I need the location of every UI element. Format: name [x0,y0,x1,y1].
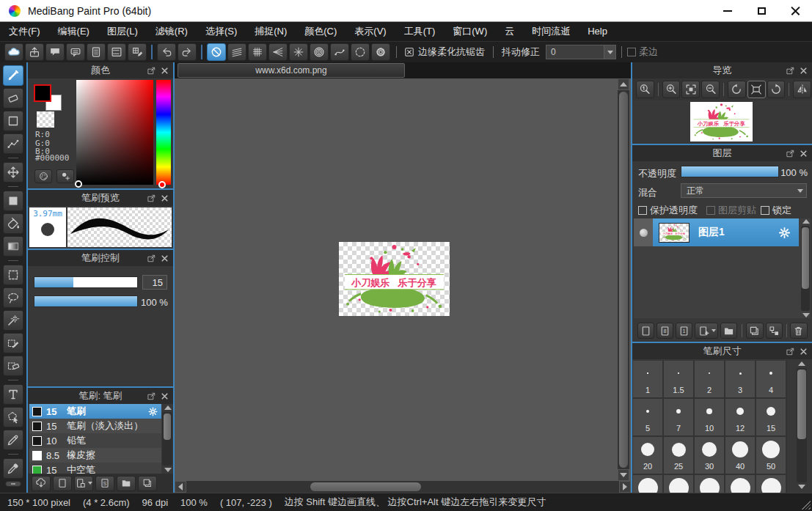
redo-button[interactable] [178,43,197,61]
brush-size-cell-4[interactable]: 4 [756,361,786,397]
brush-size-cell-5[interactable]: 5 [633,399,662,435]
protect-alpha-checkbox[interactable]: 保护透明度 [638,204,698,217]
layer-row[interactable]: 图层1 [634,218,799,246]
snap-curve-button[interactable] [330,43,349,61]
navigator-thumbnail[interactable] [690,102,753,141]
brush-size-cell-15[interactable]: 15 [756,399,786,435]
folder-button[interactable] [117,476,136,491]
snap-grid-button[interactable] [248,43,267,61]
close-panel-icon[interactable] [160,66,169,76]
brush-list-scrollbar[interactable] [162,405,172,473]
menu-item-2[interactable]: 图层(L) [98,22,147,41]
clipping-checkbox[interactable]: 图层剪贴 [706,204,756,217]
scroll-right-arrow[interactable] [619,481,631,493]
close-panel-icon[interactable] [799,66,808,76]
document-button[interactable] [87,43,106,61]
magic-wand-button[interactable] [3,310,23,331]
brush-list-item[interactable]: 15笔刷（淡入淡出） [29,419,161,433]
brush-button[interactable] [3,65,23,86]
eraser-button[interactable] [3,88,23,109]
snap-radial-button[interactable] [289,43,308,61]
brush-list-item[interactable]: 15中空笔 [29,463,161,474]
close-button[interactable] [778,0,812,21]
blend-mode-dropdown[interactable]: 正常 [681,183,807,198]
tool-overflow-button[interactable] [5,481,21,487]
speech-bubble-button[interactable] [45,43,65,61]
layer-list-scrollbar[interactable] [800,218,811,318]
brush-settings-icon[interactable] [147,406,158,417]
brush-size-slider[interactable] [34,276,138,288]
select-rect-button[interactable] [3,265,23,285]
duplicate-button[interactable] [138,476,157,491]
brush-size-cell[interactable] [695,475,724,493]
stylus-pen-button[interactable] [3,430,23,450]
select-pen-button[interactable] [3,333,23,353]
popout-icon[interactable] [147,194,156,203]
popout-icon[interactable] [147,254,156,263]
delete-button[interactable] [790,323,807,339]
rotate-cw-button[interactable] [767,81,786,98]
move-button[interactable] [3,162,23,183]
close-panel-icon[interactable] [160,194,169,203]
minimize-button[interactable] [711,0,745,21]
horizontal-scroll-thumb[interactable] [310,482,421,491]
transparent-color-swatch[interactable] [37,111,54,128]
brush-size-cell[interactable] [664,475,693,493]
lock-checkbox[interactable]: 锁定 [761,204,791,217]
canvas-vertical-scrollbar[interactable] [618,78,629,481]
add-layer-menu-button[interactable] [695,323,718,339]
brush-opacity-slider[interactable] [34,295,138,307]
new-doc-button[interactable] [53,476,72,491]
brush-size-cell-7[interactable]: 7 [664,399,693,435]
brush-size-cell-3[interactable]: 3 [725,361,755,397]
brush-size-value[interactable]: 15 [142,275,167,290]
grid-edit-button[interactable] [128,43,147,61]
layer-opacity-slider[interactable] [681,166,779,177]
menu-item-6[interactable]: 颜色(C) [296,22,345,41]
cloud-button[interactable] [4,43,23,61]
maximize-button[interactable] [745,0,778,21]
doc-menu-button[interactable] [74,476,93,491]
document-tab[interactable]: www.x6d.com.png [178,63,405,78]
merge-down-button[interactable] [766,323,783,339]
fill-rect-button[interactable] [3,191,23,211]
comment-button[interactable] [66,43,85,61]
brush-list-item[interactable]: 8.5橡皮擦 [29,448,161,463]
new-layer-1bit-button[interactable]: 1 [676,323,692,339]
script-doc-button[interactable]: S [95,476,114,491]
brush-size-cell-10[interactable]: 10 [695,399,724,435]
stabilizer-dropdown[interactable]: 0 [546,45,616,59]
menu-item-8[interactable]: 工具(T) [395,22,445,41]
popout-icon[interactable] [786,347,795,356]
sv-cursor[interactable] [75,180,82,188]
reset-view-button[interactable] [747,81,766,98]
resize-grip[interactable] [802,501,811,510]
brush-size-scrollbar[interactable] [796,361,808,490]
menu-item-4[interactable]: 选择(S) [197,22,246,41]
color-picker-button[interactable] [56,169,74,183]
menu-item-9[interactable]: 窗口(W) [444,22,496,41]
shape-rect-button[interactable] [3,111,23,131]
cloud-download-button[interactable] [32,476,51,491]
brush-size-cell-50[interactable]: 50 [756,437,786,474]
new-layer-button[interactable] [637,323,654,339]
scroll-down-arrow[interactable] [618,469,629,481]
brush-size-cell-40[interactable]: 40 [725,437,755,474]
snap-parallel-button[interactable] [227,43,246,61]
control-pen-button[interactable] [3,133,23,154]
antialias-icon[interactable] [403,46,415,58]
close-panel-icon[interactable] [160,391,169,401]
menu-item-11[interactable]: 时间流逝 [523,22,579,41]
duplicate-button[interactable] [746,323,763,339]
canvas-area[interactable]: www.x6d.com.png [175,62,631,493]
gradient-tool-button[interactable] [3,236,23,257]
scroll-up-arrow[interactable] [618,78,629,90]
brush-size-cell[interactable] [756,475,786,493]
popout-icon[interactable] [786,66,795,76]
snap-off-button[interactable] [207,43,226,61]
foreground-color-swatch[interactable] [34,84,51,102]
brush-size-cell[interactable] [633,475,662,493]
brush-size-cell-1[interactable]: 1 [633,361,662,397]
canvas-artwork[interactable] [339,242,450,316]
popout-icon[interactable] [147,391,156,401]
